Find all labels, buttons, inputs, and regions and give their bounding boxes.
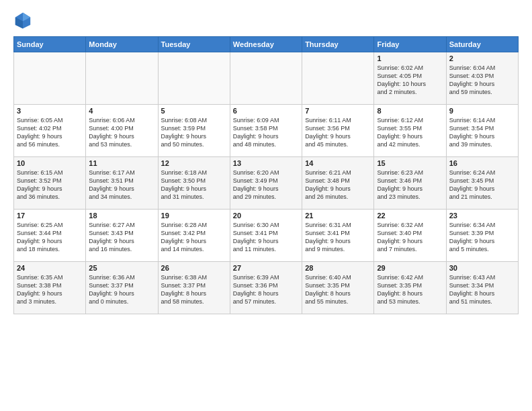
cell-content: Sunrise: 6:15 AM Sunset: 3:52 PM Dayligh… <box>17 169 83 201</box>
day-number: 16 <box>449 159 515 167</box>
cell-content: Sunrise: 6:27 AM Sunset: 3:43 PM Dayligh… <box>89 221 154 254</box>
day-number: 8 <box>377 107 443 115</box>
day-number: 1 <box>377 54 443 62</box>
calendar-cell: 17Sunrise: 6:25 AM Sunset: 3:44 PM Dayli… <box>14 210 86 262</box>
calendar-cell: 21Sunrise: 6:31 AM Sunset: 3:41 PM Dayli… <box>302 210 374 262</box>
week-row-1: 1Sunrise: 6:02 AM Sunset: 4:05 PM Daylig… <box>14 52 519 105</box>
week-row-3: 10Sunrise: 6:15 AM Sunset: 3:52 PM Dayli… <box>14 157 519 210</box>
cell-content: Sunrise: 6:14 AM Sunset: 3:54 PM Dayligh… <box>449 116 515 149</box>
cell-content: Sunrise: 6:18 AM Sunset: 3:50 PM Dayligh… <box>161 169 227 201</box>
cell-content: Sunrise: 6:42 AM Sunset: 3:35 PM Dayligh… <box>377 273 443 306</box>
cell-content: Sunrise: 6:12 AM Sunset: 3:55 PM Dayligh… <box>377 116 443 149</box>
cell-content: Sunrise: 6:28 AM Sunset: 3:42 PM Dayligh… <box>161 221 227 254</box>
cell-content: Sunrise: 6:20 AM Sunset: 3:49 PM Dayligh… <box>233 169 299 201</box>
calendar-cell: 9Sunrise: 6:14 AM Sunset: 3:54 PM Daylig… <box>446 105 518 157</box>
calendar-cell: 12Sunrise: 6:18 AM Sunset: 3:50 PM Dayli… <box>158 157 230 210</box>
day-number: 14 <box>305 159 371 167</box>
calendar-table: SundayMondayTuesdayWednesdayThursdayFrid… <box>13 36 519 314</box>
calendar-cell: 7Sunrise: 6:11 AM Sunset: 3:56 PM Daylig… <box>302 105 374 157</box>
weekday-header-wednesday: Wednesday <box>230 37 302 52</box>
weekday-header-tuesday: Tuesday <box>158 37 230 52</box>
day-number: 24 <box>17 264 83 272</box>
calendar-cell: 2Sunrise: 6:04 AM Sunset: 4:03 PM Daylig… <box>446 52 518 105</box>
cell-content: Sunrise: 6:06 AM Sunset: 4:00 PM Dayligh… <box>89 116 154 149</box>
calendar-cell: 29Sunrise: 6:42 AM Sunset: 3:35 PM Dayli… <box>374 262 446 314</box>
calendar-cell: 25Sunrise: 6:36 AM Sunset: 3:37 PM Dayli… <box>86 262 158 314</box>
day-number: 9 <box>449 107 515 115</box>
calendar-cell: 24Sunrise: 6:35 AM Sunset: 3:38 PM Dayli… <box>14 262 86 314</box>
calendar-cell <box>14 52 86 105</box>
calendar-cell: 22Sunrise: 6:32 AM Sunset: 3:40 PM Dayli… <box>374 210 446 262</box>
week-row-5: 24Sunrise: 6:35 AM Sunset: 3:38 PM Dayli… <box>14 262 519 314</box>
calendar-cell: 11Sunrise: 6:17 AM Sunset: 3:51 PM Dayli… <box>86 157 158 210</box>
cell-content: Sunrise: 6:02 AM Sunset: 4:05 PM Dayligh… <box>377 64 443 97</box>
calendar-cell: 4Sunrise: 6:06 AM Sunset: 4:00 PM Daylig… <box>86 105 158 157</box>
weekday-header-friday: Friday <box>374 37 446 52</box>
day-number: 6 <box>233 107 299 115</box>
day-number: 22 <box>377 212 443 220</box>
day-number: 15 <box>377 159 443 167</box>
calendar-cell: 27Sunrise: 6:39 AM Sunset: 3:36 PM Dayli… <box>230 262 302 314</box>
calendar-cell: 16Sunrise: 6:24 AM Sunset: 3:45 PM Dayli… <box>446 157 518 210</box>
calendar-cell: 15Sunrise: 6:23 AM Sunset: 3:46 PM Dayli… <box>374 157 446 210</box>
day-number: 21 <box>305 212 371 220</box>
day-number: 4 <box>89 107 154 115</box>
cell-content: Sunrise: 6:17 AM Sunset: 3:51 PM Dayligh… <box>89 169 154 201</box>
week-row-2: 3Sunrise: 6:05 AM Sunset: 4:02 PM Daylig… <box>14 105 519 157</box>
calendar-cell: 8Sunrise: 6:12 AM Sunset: 3:55 PM Daylig… <box>374 105 446 157</box>
logo <box>13 11 35 30</box>
day-number: 28 <box>305 264 371 272</box>
day-number: 27 <box>233 264 299 272</box>
cell-content: Sunrise: 6:11 AM Sunset: 3:56 PM Dayligh… <box>305 116 371 149</box>
cell-content: Sunrise: 6:05 AM Sunset: 4:02 PM Dayligh… <box>17 116 83 149</box>
calendar-cell: 26Sunrise: 6:38 AM Sunset: 3:37 PM Dayli… <box>158 262 230 314</box>
day-number: 2 <box>449 54 515 62</box>
weekday-header-monday: Monday <box>86 37 158 52</box>
day-number: 11 <box>89 159 154 167</box>
cell-content: Sunrise: 6:35 AM Sunset: 3:38 PM Dayligh… <box>17 273 83 306</box>
weekday-header-saturday: Saturday <box>446 37 518 52</box>
cell-content: Sunrise: 6:36 AM Sunset: 3:37 PM Dayligh… <box>89 273 154 306</box>
cell-content: Sunrise: 6:30 AM Sunset: 3:41 PM Dayligh… <box>233 221 299 254</box>
calendar-cell: 14Sunrise: 6:21 AM Sunset: 3:48 PM Dayli… <box>302 157 374 210</box>
cell-content: Sunrise: 6:31 AM Sunset: 3:41 PM Dayligh… <box>305 221 371 254</box>
cell-content: Sunrise: 6:09 AM Sunset: 3:58 PM Dayligh… <box>233 116 299 149</box>
day-number: 13 <box>233 159 299 167</box>
calendar-cell: 18Sunrise: 6:27 AM Sunset: 3:43 PM Dayli… <box>86 210 158 262</box>
cell-content: Sunrise: 6:24 AM Sunset: 3:45 PM Dayligh… <box>449 169 515 201</box>
day-number: 5 <box>161 107 227 115</box>
calendar-cell: 13Sunrise: 6:20 AM Sunset: 3:49 PM Dayli… <box>230 157 302 210</box>
calendar-cell: 30Sunrise: 6:43 AM Sunset: 3:34 PM Dayli… <box>446 262 518 314</box>
cell-content: Sunrise: 6:38 AM Sunset: 3:37 PM Dayligh… <box>161 273 227 306</box>
calendar-cell <box>86 52 158 105</box>
cell-content: Sunrise: 6:43 AM Sunset: 3:34 PM Dayligh… <box>449 273 515 306</box>
weekday-header-row: SundayMondayTuesdayWednesdayThursdayFrid… <box>14 37 519 52</box>
calendar-cell: 1Sunrise: 6:02 AM Sunset: 4:05 PM Daylig… <box>374 52 446 105</box>
day-number: 12 <box>161 159 227 167</box>
week-row-4: 17Sunrise: 6:25 AM Sunset: 3:44 PM Dayli… <box>14 210 519 262</box>
day-number: 25 <box>89 264 154 272</box>
day-number: 17 <box>17 212 83 220</box>
weekday-header-sunday: Sunday <box>14 37 86 52</box>
cell-content: Sunrise: 6:25 AM Sunset: 3:44 PM Dayligh… <box>17 221 83 254</box>
cell-content: Sunrise: 6:39 AM Sunset: 3:36 PM Dayligh… <box>233 273 299 306</box>
day-number: 20 <box>233 212 299 220</box>
day-number: 3 <box>17 107 83 115</box>
calendar-cell: 23Sunrise: 6:34 AM Sunset: 3:39 PM Dayli… <box>446 210 518 262</box>
calendar-cell <box>158 52 230 105</box>
cell-content: Sunrise: 6:32 AM Sunset: 3:40 PM Dayligh… <box>377 221 443 254</box>
day-number: 29 <box>377 264 443 272</box>
cell-content: Sunrise: 6:04 AM Sunset: 4:03 PM Dayligh… <box>449 64 515 97</box>
calendar-cell <box>302 52 374 105</box>
weekday-header-thursday: Thursday <box>302 37 374 52</box>
calendar-cell: 19Sunrise: 6:28 AM Sunset: 3:42 PM Dayli… <box>158 210 230 262</box>
cell-content: Sunrise: 6:21 AM Sunset: 3:48 PM Dayligh… <box>305 169 371 201</box>
calendar-cell: 5Sunrise: 6:08 AM Sunset: 3:59 PM Daylig… <box>158 105 230 157</box>
day-number: 30 <box>449 264 515 272</box>
day-number: 26 <box>161 264 227 272</box>
calendar-cell: 20Sunrise: 6:30 AM Sunset: 3:41 PM Dayli… <box>230 210 302 262</box>
cell-content: Sunrise: 6:40 AM Sunset: 3:35 PM Dayligh… <box>305 273 371 306</box>
day-number: 23 <box>449 212 515 220</box>
calendar-cell: 6Sunrise: 6:09 AM Sunset: 3:58 PM Daylig… <box>230 105 302 157</box>
header <box>13 11 519 30</box>
